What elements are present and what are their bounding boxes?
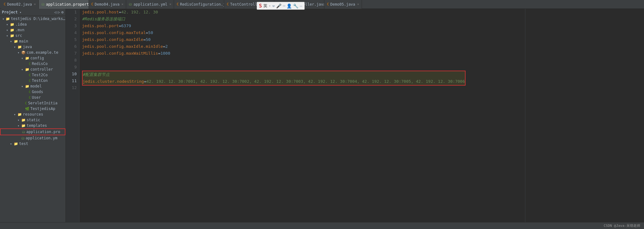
tree-idea[interactable]: ▾ 📁 .idea [0, 22, 65, 27]
folder-icon-controller: 📁 [25, 67, 29, 72]
ln-7: 7 [66, 50, 79, 57]
tree-label-java: java [23, 45, 32, 49]
ln-1: 1 [66, 9, 79, 16]
code-key-3: jedis.pool.port [82, 22, 119, 29]
java-file-icon-redisconfig: C [29, 62, 31, 66]
tab-redis-config[interactable]: C RedisConfiguration.java × [174, 0, 224, 9]
tree-mvn[interactable]: ▾ 📁 .mvn [0, 27, 65, 33]
folder-icon-root: 📁 [6, 17, 10, 21]
code-eq-3: = [119, 22, 121, 29]
tree-label-testjedis: testjedis D:\idea_warkspace\ [11, 17, 65, 21]
code-key-11: jedis.cluster.nodesString [83, 78, 144, 85]
tab-demo04[interactable]: C Demo04.java × [89, 0, 126, 9]
code-val-7: 1000 [160, 50, 170, 57]
ime-toolbar: S 英 · ❤ 🎤 ⌨ 👤 🔧 ⋯ [257, 2, 305, 10]
code-eq-1: = [119, 9, 121, 16]
ime-s-icon: S [259, 3, 262, 9]
tree-label-config: config [30, 56, 44, 60]
tree-user[interactable]: C User [0, 95, 65, 100]
tree-label-test2co: Test2Co [32, 73, 48, 77]
tree-src[interactable]: ▾ 📁 src [0, 33, 65, 38]
tree-test[interactable]: ▾ 📁 test [0, 141, 65, 147]
tab-demo05[interactable]: C Demo05.java × [324, 0, 362, 9]
tab-app-yml-label: application.yml [133, 2, 167, 7]
tab-demo02-close[interactable]: × [34, 2, 36, 6]
arrow-icon-mvn: ▾ [6, 28, 10, 32]
tab-app-properties-label: application.properties [46, 2, 89, 7]
code-content[interactable]: jedis.pool.host=42. 192. 12. 30 #Redis服务… [80, 9, 525, 222]
ime-lang: 英 [263, 3, 267, 9]
code-line-8 [82, 57, 523, 64]
tree-label-testjedis: TestjedisAp [30, 107, 55, 111]
tree-label-testcon: TestCon [32, 78, 48, 83]
tab-app-yml[interactable]: 🗂 application.yml × [126, 0, 174, 9]
properties-file-icon: 🗂 [41, 2, 45, 6]
code-comment-10: #配置集群节点 [83, 71, 110, 78]
tab-demo04-close[interactable]: × [121, 2, 124, 6]
code-key-4: jedis.pool.config.maxTotal [82, 29, 146, 36]
ln-2: 2 [66, 16, 79, 22]
tree-redisconfig[interactable]: C RedisCo [0, 61, 65, 67]
tree-appyml[interactable]: 🗂 application.ym [0, 135, 65, 141]
tree-templates[interactable]: ▾ 📁 templates [0, 123, 65, 128]
java-icon-testcon: C [29, 79, 31, 83]
tab-app-yml-close[interactable]: × [169, 2, 172, 6]
tree-label-static: static [27, 118, 40, 122]
tree-servletinitia[interactable]: C ServletInitia [0, 100, 65, 106]
arrow-icon: ▾ [2, 17, 5, 21]
sidebar-settings-icon[interactable]: ⚙ [61, 10, 64, 14]
tree-static[interactable]: ▾ 📁 static [0, 117, 65, 123]
code-line-12 [82, 86, 523, 92]
folder-icon-config: 📁 [25, 56, 29, 60]
code-eq-5: = [143, 36, 146, 43]
java-icon-servlet: C [25, 101, 27, 105]
folder-icon-mvn: 📁 [10, 28, 14, 32]
tree-root-testjedis[interactable]: ▾ 📁 testjedis D:\idea_warkspace\ [0, 16, 65, 22]
tree-main[interactable]: ▾ 📁 main [0, 38, 65, 44]
tab-bar: C Demo02.java × 🗂 application.properties… [0, 0, 644, 9]
code-line-5: jedis.pool.config.maxIdle=50 [82, 36, 523, 43]
tree-config[interactable]: ▾ 📁 config [0, 55, 65, 61]
tab-demo05-close[interactable]: × [357, 2, 359, 6]
tree-package[interactable]: ▾ 📦 com.example.te [0, 50, 65, 55]
ln-12: 12 [66, 84, 79, 91]
code-key-5: jedis.pool.config.maxIdle [82, 36, 143, 43]
code-comment-2: #Redis服务器连接端口 [82, 16, 125, 22]
tree-testjedisap[interactable]: 🌿 TestjedisAp [0, 106, 65, 112]
ime-settings: 🔧 [293, 3, 298, 8]
tree-resources[interactable]: ▾ 📁 resources [0, 112, 65, 117]
tree-label-goods: Goods [32, 90, 43, 94]
ln-4: 4 [66, 29, 79, 36]
sidebar-arrow-icon: ▾ [20, 11, 22, 14]
tree-goods[interactable]: C Goods [0, 89, 65, 95]
code-line-1: jedis.pool.host=42. 192. 12. 30 [82, 9, 523, 16]
code-val-4: 50 [148, 29, 153, 36]
tree-label-templates: templates [27, 123, 47, 128]
tree-controller[interactable]: ▾ 📁 controller [0, 67, 65, 72]
tab-app-properties[interactable]: 🗂 application.properties × [39, 0, 89, 9]
sidebar-nav-fwd[interactable]: ▷ [58, 10, 60, 14]
code-val-5: 50 [146, 36, 151, 43]
status-bar: CSDN @Java-呆萌老师 [0, 222, 644, 229]
tree-java[interactable]: ▾ 📁 java [0, 44, 65, 50]
code-line-11: jedis.cluster.nodesString=42. 192. 12. 3… [83, 78, 465, 85]
sidebar-nav-back[interactable]: ◁ [54, 10, 56, 14]
tree-model[interactable]: ▾ 📁 model [0, 83, 65, 89]
code-key-1: jedis.pool.host [82, 9, 119, 16]
code-eq-11: = [144, 78, 147, 85]
folder-icon-idea: 📁 [10, 22, 14, 27]
tab-demo02[interactable]: C Demo02.java × [1, 0, 39, 9]
tree-label-mvn: .mvn [15, 28, 24, 32]
project-label: Project [2, 10, 18, 14]
java-file-icon-3: C [177, 2, 179, 6]
tree-appproperties[interactable]: 🗂 application.pro [0, 128, 65, 135]
main-area: Project ▾ ◁ ▷ ⚙ ▾ 📁 testjedis D:\idea_wa… [0, 9, 644, 222]
code-val-6: 2 [165, 43, 168, 50]
code-line-9 [82, 64, 523, 71]
folder-icon-resources: 📁 [18, 112, 22, 117]
tree-testcon[interactable]: C TestCon [0, 78, 65, 83]
arrow-icon-templates: ▾ [18, 124, 21, 127]
tree-label-package: com.example.te [27, 50, 58, 55]
ln-9: 9 [66, 64, 79, 71]
tree-test2co[interactable]: C Test2Co [0, 72, 65, 78]
